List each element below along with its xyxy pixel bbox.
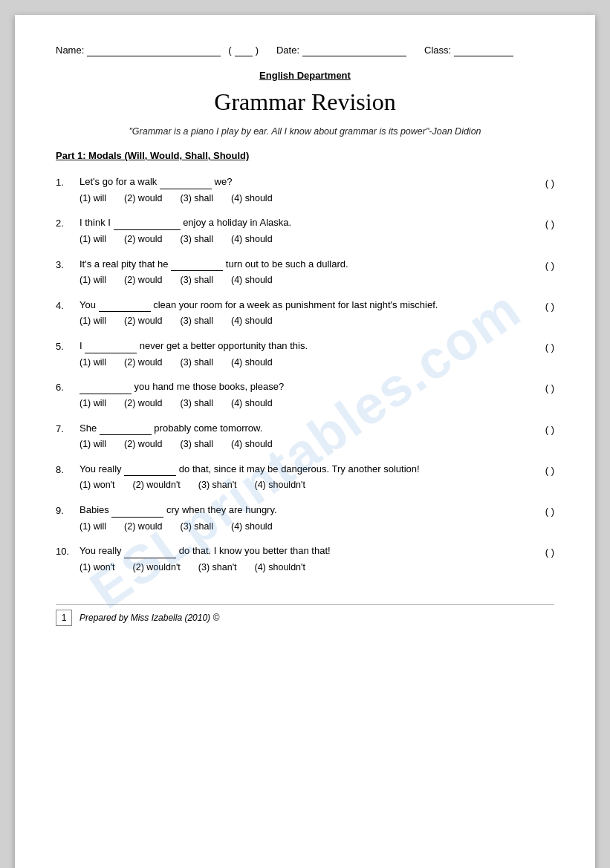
q10-body: You really do that. I know you better th… [80,544,538,574]
question-4: 4. You clean your room for a week as pun… [56,298,554,328]
date-label: Date: [276,45,299,56]
q7-text: She probably come tomorrow. [80,421,538,436]
page-title: Grammar Revision [56,88,554,116]
q8-options: (1) won't (2) wouldn't (3) shan't (4) sh… [80,478,538,492]
q4-text: You clean your room for a week as punish… [80,298,538,313]
q6-opt4: (4) should [231,397,273,411]
footer: 1 Prepared by Miss Izabella (2010) © [56,604,554,626]
paren-close: ) [256,45,259,56]
class-blank [454,45,513,56]
q4-opt2: (2) would [124,314,162,328]
q5-blank [85,343,137,353]
question-5: 5. I never get a better opportunity than… [56,339,554,369]
q9-body: Babies cry when they are hungry. (1) wil… [80,503,538,533]
q9-num: 9. [56,503,80,533]
q2-bracket: ( ) [538,215,554,246]
q3-bracket: ( ) [538,257,554,287]
q8-opt4: (4) shouldn't [255,478,305,492]
q1-opt4: (4) should [231,192,273,206]
q2-blank [114,220,181,230]
q5-num: 5. [56,339,80,369]
q4-num: 4. [56,298,80,328]
q10-options: (1) won't (2) wouldn't (3) shan't (4) sh… [80,561,538,575]
q7-body: She probably come tomorrow. (1) will (2)… [80,421,538,451]
q6-opt2: (2) would [124,397,162,411]
question-3: 3. It's a real pity that he turn out to … [56,257,554,287]
q7-blank [100,425,152,435]
dept-line: English Department [56,70,554,81]
q9-opt4: (4) should [231,520,273,534]
q10-num: 10. [56,544,80,574]
q5-opt4: (4) should [231,356,273,370]
q4-body: You clean your room for a week as punish… [80,298,538,328]
questions-section: 1. Let's go for a walk we? (1) will (2) … [56,174,554,575]
q4-bracket: ( ) [538,298,554,328]
q10-text: You really do that. I know you better th… [80,544,538,558]
question-9: 9. Babies cry when they are hungry. (1) … [56,503,554,533]
q1-bracket: ( ) [538,174,554,205]
q5-body: I never get a better opportunity than th… [80,339,538,369]
q5-text: I never get a better opportunity than th… [80,339,538,353]
q1-blank [160,179,212,189]
q3-num: 3. [56,257,80,287]
q3-opt1: (1) will [80,273,106,287]
q7-opt1: (1) will [80,437,106,451]
q8-blank [124,466,176,476]
q4-opt1: (1) will [80,314,106,328]
q8-num: 8. [56,462,80,492]
q10-bracket: ( ) [538,544,554,574]
q9-opt1: (1) will [80,520,106,534]
question-7: 7. She probably come tomorrow. (1) will … [56,421,554,451]
q9-opt2: (2) would [124,520,162,534]
q1-num: 1. [56,174,80,205]
q4-options: (1) will (2) would (3) shall (4) should [80,314,538,328]
q10-opt4: (4) shouldn't [255,561,305,575]
q5-opt1: (1) will [80,356,106,370]
date-blank [302,45,406,56]
q1-opt2: (2) would [124,192,162,206]
q6-text: you hand me those books, please? [80,379,538,394]
q9-options: (1) will (2) would (3) shall (4) should [80,520,538,534]
name-blank [87,45,221,56]
q10-blank [124,548,176,558]
part-heading: Part 1: Modals (Will, Would, Shall, Shou… [56,150,554,161]
q6-opt3: (3) shall [181,397,213,411]
q7-num: 7. [56,421,80,451]
q9-opt3: (3) shall [181,520,213,534]
q7-bracket: ( ) [538,421,554,451]
q3-opt3: (3) shall [181,273,213,287]
q6-blank [80,384,132,394]
q7-opt2: (2) would [124,437,162,451]
q2-opt1: (1) will [80,232,106,247]
footer-credit: Prepared by Miss Izabella (2010) © [80,613,219,623]
q8-opt3: (3) shan't [198,478,237,492]
q6-num: 6. [56,379,80,410]
q7-options: (1) will (2) would (3) shall (4) should [80,437,538,451]
q10-opt2: (2) wouldn't [133,561,181,575]
class-label: Class: [424,45,451,56]
q4-opt4: (4) should [231,314,273,328]
q6-opt1: (1) will [80,397,106,411]
q6-body: you hand me those books, please? (1) wil… [80,379,538,410]
q2-text: I think I enjoy a holiday in Alaska. [80,215,538,230]
q3-opt2: (2) would [124,273,162,287]
q1-opt1: (1) will [80,192,106,206]
page: ESLprintables.com Name: ( ) Date: Class:… [15,15,595,868]
q8-text: You really do that, since it may be dang… [80,462,538,477]
q1-opt3: (3) shall [181,192,213,206]
question-6: 6. you hand me those books, please? (1) … [56,379,554,410]
q5-options: (1) will (2) would (3) shall (4) should [80,356,538,370]
q5-opt2: (2) would [124,356,162,370]
q6-options: (1) will (2) would (3) shall (4) should [80,397,538,411]
q8-bracket: ( ) [538,462,554,492]
q1-options: (1) will (2) would (3) shall (4) should [80,192,538,206]
q3-blank [171,261,223,271]
q4-blank [99,301,151,312]
page-number: 1 [56,610,72,626]
q8-opt2: (2) wouldn't [133,478,181,492]
q3-text: It's a real pity that he turn out to be … [80,257,538,272]
quote: "Grammar is a piano I play by ear. All I… [56,126,554,137]
q9-blank [111,507,163,518]
q1-body: Let's go for a walk we? (1) will (2) wou… [80,174,538,205]
q4-opt3: (3) shall [181,314,213,328]
